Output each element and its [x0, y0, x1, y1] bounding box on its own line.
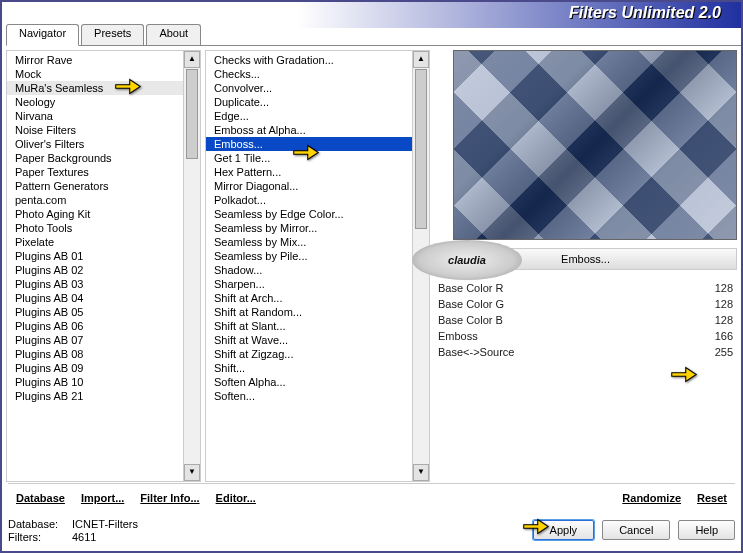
tab-about[interactable]: About — [146, 24, 201, 45]
main-area: Mirror RaveMockMuRa's SeamlessNeologyNir… — [2, 46, 741, 486]
category-item[interactable]: Plugins AB 06 — [7, 319, 183, 333]
category-item[interactable]: Plugins AB 08 — [7, 347, 183, 361]
filter-item[interactable]: Shift at Random... — [206, 305, 412, 319]
param-row[interactable]: Base Color R128 — [434, 280, 737, 296]
category-item[interactable]: Plugins AB 04 — [7, 291, 183, 305]
filter-item[interactable]: Sharpen... — [206, 277, 412, 291]
filter-item[interactable]: Seamless by Mix... — [206, 235, 412, 249]
category-item[interactable]: Mirror Rave — [7, 53, 183, 67]
filter-item[interactable]: Hex Pattern... — [206, 165, 412, 179]
filter-item[interactable]: Shift at Slant... — [206, 319, 412, 333]
filter-item[interactable]: Checks with Gradation... — [206, 53, 412, 67]
filter-item[interactable]: Emboss at Alpha... — [206, 123, 412, 137]
status-db-value: ICNET-Filters — [72, 518, 138, 530]
filter-item[interactable]: Shift at Wave... — [206, 333, 412, 347]
param-label: Base Color R — [438, 282, 693, 294]
cancel-button[interactable]: Cancel — [602, 520, 670, 540]
param-row[interactable]: Base<->Source255 — [434, 344, 737, 360]
category-item[interactable]: Plugins AB 21 — [7, 389, 183, 403]
param-value: 128 — [693, 314, 733, 326]
param-label: Base Color G — [438, 298, 693, 310]
category-item[interactable]: MuRa's Seamless — [7, 81, 183, 95]
filter-item[interactable]: Duplicate... — [206, 95, 412, 109]
app-title: Filters Unlimited 2.0 — [569, 4, 721, 22]
filter-item[interactable]: Edge... — [206, 109, 412, 123]
filter-item[interactable]: Mirror Diagonal... — [206, 179, 412, 193]
category-item[interactable]: Noise Filters — [7, 123, 183, 137]
category-item[interactable]: Photo Aging Kit — [7, 207, 183, 221]
pointer-icon — [522, 516, 550, 538]
pointer-icon — [114, 76, 142, 98]
param-label: Emboss — [438, 330, 693, 342]
randomize-link[interactable]: Randomize — [622, 492, 681, 504]
category-item[interactable]: Plugins AB 10 — [7, 375, 183, 389]
category-item[interactable]: Plugins AB 02 — [7, 263, 183, 277]
category-list[interactable]: Mirror RaveMockMuRa's SeamlessNeologyNir… — [6, 50, 201, 482]
scroll-thumb[interactable] — [415, 69, 427, 229]
param-row[interactable]: Base Color B128 — [434, 312, 737, 328]
scroll-up-icon[interactable]: ▲ — [184, 51, 200, 68]
param-value: 166 — [693, 330, 733, 342]
status-filters-value: 4611 — [72, 531, 96, 543]
filter-item[interactable]: Soften Alpha... — [206, 375, 412, 389]
toolbar: Database Import... Filter Info... Editor… — [8, 483, 735, 511]
filter-item[interactable]: Shift at Zigzag... — [206, 347, 412, 361]
category-item[interactable]: Paper Textures — [7, 165, 183, 179]
filter-item[interactable]: Seamless by Edge Color... — [206, 207, 412, 221]
footer: Database: ICNET-Filters Filters: 4611 Ap… — [8, 513, 735, 547]
param-row[interactable]: Emboss166 — [434, 328, 737, 344]
param-value: 128 — [693, 298, 733, 310]
category-item[interactable]: Plugins AB 07 — [7, 333, 183, 347]
param-label: Base<->Source — [438, 346, 693, 358]
category-scrollbar[interactable]: ▲ ▼ — [183, 51, 200, 481]
status-area: Database: ICNET-Filters Filters: 4611 — [8, 518, 138, 543]
scroll-down-icon[interactable]: ▼ — [413, 464, 429, 481]
status-filters-label: Filters: — [8, 531, 64, 543]
category-item[interactable]: penta.com — [7, 193, 183, 207]
reset-link[interactable]: Reset — [697, 492, 727, 504]
tab-presets[interactable]: Presets — [81, 24, 144, 45]
filter-info-link[interactable]: Filter Info... — [140, 492, 199, 504]
filter-item[interactable]: Shift... — [206, 361, 412, 375]
scroll-thumb[interactable] — [186, 69, 198, 159]
category-item[interactable]: Neology — [7, 95, 183, 109]
watermark-logo: claudia — [412, 240, 522, 280]
param-value: 255 — [693, 346, 733, 358]
database-link[interactable]: Database — [16, 492, 65, 504]
param-label: Base Color B — [438, 314, 693, 326]
parameters-list: Base Color R128Base Color G128Base Color… — [434, 280, 737, 360]
filter-item[interactable]: Shift at Arch... — [206, 291, 412, 305]
category-item[interactable]: Paper Backgrounds — [7, 151, 183, 165]
pointer-icon — [670, 364, 698, 386]
filter-item[interactable]: Seamless by Pile... — [206, 249, 412, 263]
filter-item[interactable]: Shadow... — [206, 263, 412, 277]
param-value: 128 — [693, 282, 733, 294]
scroll-down-icon[interactable]: ▼ — [184, 464, 200, 481]
filter-item[interactable]: Polkadot... — [206, 193, 412, 207]
category-item[interactable]: Plugins AB 03 — [7, 277, 183, 291]
filter-item[interactable]: Checks... — [206, 67, 412, 81]
scroll-up-icon[interactable]: ▲ — [413, 51, 429, 68]
editor-link[interactable]: Editor... — [216, 492, 256, 504]
filter-list[interactable]: Checks with Gradation...Checks...Convolv… — [205, 50, 430, 482]
category-item[interactable]: Pattern Generators — [7, 179, 183, 193]
category-item[interactable]: Photo Tools — [7, 221, 183, 235]
help-button[interactable]: Help — [678, 520, 735, 540]
category-item[interactable]: Plugins AB 05 — [7, 305, 183, 319]
category-item[interactable]: Mock — [7, 67, 183, 81]
category-item[interactable]: Plugins AB 01 — [7, 249, 183, 263]
tab-navigator[interactable]: Navigator — [6, 24, 79, 46]
status-db-label: Database: — [8, 518, 64, 530]
category-item[interactable]: Pixelate — [7, 235, 183, 249]
filter-item[interactable]: Soften... — [206, 389, 412, 403]
pointer-icon — [292, 142, 320, 164]
tabs-bar: Navigator Presets About — [6, 24, 741, 46]
preview-image — [453, 50, 737, 240]
filter-item[interactable]: Convolver... — [206, 81, 412, 95]
param-row[interactable]: Base Color G128 — [434, 296, 737, 312]
category-item[interactable]: Plugins AB 09 — [7, 361, 183, 375]
filter-item[interactable]: Seamless by Mirror... — [206, 221, 412, 235]
category-item[interactable]: Oliver's Filters — [7, 137, 183, 151]
import-link[interactable]: Import... — [81, 492, 124, 504]
category-item[interactable]: Nirvana — [7, 109, 183, 123]
